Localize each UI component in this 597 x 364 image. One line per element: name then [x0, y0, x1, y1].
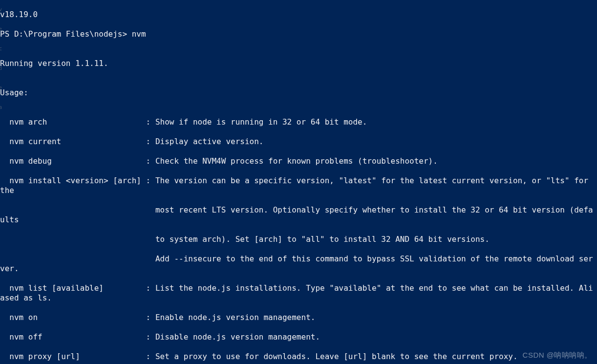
terminal-line: nvm proxy [url] : Set a proxy to use for…: [0, 352, 597, 362]
terminal-line: nvm debug : Check the NVM4W process for …: [0, 156, 597, 166]
terminal-line: nvm off : Disable node.js version manage…: [0, 332, 597, 342]
terminal-line: v18.19.0: [0, 10, 597, 20]
powershell-terminal[interactable]: v18.19.0 PS D:\Program Files\nodejs> nvm…: [0, 0, 597, 364]
terminal-line: Add --insecure to the end of this comman…: [0, 254, 597, 274]
terminal-line: nvm install <version> [arch] : The versi…: [0, 176, 597, 195]
csdn-watermark: CSDN @呐呐呐呐。: [523, 350, 592, 360]
terminal-line: PS D:\Program Files\nodejs> nvm: [0, 29, 597, 39]
terminal-line: to system arch). Set [arch] to "all" to …: [0, 235, 597, 244]
terminal-line: nvm current : Display active version.: [0, 137, 597, 147]
terminal-line: most recent LTS version. Optionally spec…: [0, 205, 597, 225]
terminal-line: Usage:: [0, 88, 597, 98]
terminal-line: nvm arch : Show if node is running in 32…: [0, 117, 597, 127]
terminal-line: nvm on : Enable node.js version manageme…: [0, 313, 597, 322]
terminal-line: nvm list [available] : List the node.js …: [0, 283, 597, 303]
terminal-line: Running version 1.1.11.: [0, 59, 597, 68]
